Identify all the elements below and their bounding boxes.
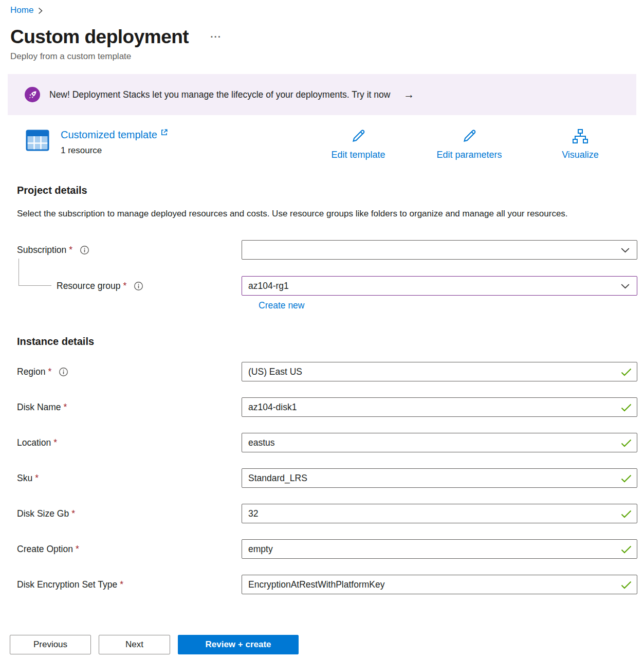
info-icon[interactable] (134, 281, 143, 291)
announcement-banner: New! Deployment Stacks let you manage th… (8, 74, 636, 115)
template-summary: Customized template 1 resource Edit temp… (26, 129, 636, 160)
required-asterisk: * (123, 281, 127, 291)
edit-parameters-button[interactable]: Edit parameters (414, 129, 525, 160)
instance-details-heading: Instance details (17, 335, 644, 348)
field-label: Region (17, 367, 45, 377)
disk-size-gb-input[interactable] (242, 504, 637, 523)
visualize-button[interactable]: Visualize (525, 129, 636, 160)
valid-check-icon (621, 439, 632, 447)
required-asterisk: * (76, 544, 79, 555)
field-label: Subscription (17, 245, 66, 255)
arrow-right-icon[interactable]: → (403, 88, 414, 101)
field-label: Disk Name (17, 402, 61, 413)
rocket-icon (25, 87, 40, 102)
chevron-down-icon[interactable] (621, 284, 630, 289)
template-actions: Edit template Edit parameters Visualize (303, 129, 636, 160)
footer-bar: Previous Next Review + create (0, 618, 644, 658)
info-icon[interactable] (80, 245, 89, 255)
create-option-input[interactable] (242, 539, 637, 559)
resource-group-dropdown[interactable] (242, 276, 637, 296)
valid-check-icon (621, 404, 632, 412)
chevron-down-icon[interactable] (621, 248, 630, 253)
page-subtitle: Deploy from a custom template (0, 51, 644, 62)
page-title: Custom deployment (10, 26, 189, 48)
breadcrumb-chevron-icon (38, 7, 43, 14)
external-link-icon[interactable] (160, 129, 168, 136)
breadcrumb-home-link[interactable]: Home (10, 5, 33, 15)
required-asterisk: * (48, 367, 51, 377)
project-details-form: Subscription * Resource group * (17, 240, 637, 311)
required-asterisk: * (71, 508, 75, 519)
project-details-heading: Project details (17, 184, 644, 196)
required-asterisk: * (64, 402, 67, 413)
banner-message[interactable]: New! Deployment Stacks let you manage th… (49, 89, 390, 100)
required-asterisk: * (69, 245, 72, 255)
previous-button[interactable]: Previous (10, 635, 91, 654)
page-header: Custom deployment ··· (0, 26, 644, 48)
field-label: Disk Encryption Set Type (17, 579, 117, 590)
location-label: Location * (17, 437, 242, 448)
instance-details-form: Region * Disk Name * Location * (17, 362, 637, 594)
required-asterisk: * (35, 473, 39, 484)
disk-encryption-set-type-label: Disk Encryption Set Type * (17, 579, 242, 590)
action-label: Edit template (303, 150, 414, 160)
review-create-button[interactable]: Review + create (178, 635, 299, 654)
action-label: Edit parameters (414, 150, 525, 160)
sku-input[interactable] (242, 468, 637, 488)
region-label: Region * (17, 367, 242, 377)
required-asterisk: * (53, 437, 57, 448)
field-label: Sku (17, 473, 32, 484)
disk-name-input[interactable] (242, 397, 637, 417)
disk-name-label: Disk Name * (17, 402, 242, 413)
disk-size-gb-label: Disk Size Gb * (17, 508, 242, 519)
field-label: Resource group (57, 281, 121, 291)
sitemap-icon (572, 129, 588, 144)
field-label: Disk Size Gb (17, 508, 69, 519)
valid-check-icon (621, 581, 632, 589)
resource-count: 1 resource (61, 145, 168, 156)
location-input[interactable] (242, 433, 637, 452)
create-new-link[interactable]: Create new (259, 300, 305, 311)
subscription-label: Subscription * (17, 245, 242, 255)
breadcrumb: Home (0, 0, 644, 15)
required-asterisk: * (120, 579, 123, 590)
next-button[interactable]: Next (99, 635, 170, 654)
sku-label: Sku * (17, 473, 242, 484)
valid-check-icon (621, 545, 632, 554)
project-details-description: Select the subscription to manage deploy… (17, 206, 608, 222)
create-option-label: Create Option * (17, 544, 242, 555)
customized-template-link[interactable]: Customized template (61, 129, 157, 141)
pencil-icon (351, 129, 366, 144)
valid-check-icon (621, 510, 632, 518)
pencil-icon (462, 129, 477, 144)
template-icon (26, 130, 49, 153)
edit-template-button[interactable]: Edit template (303, 129, 414, 160)
hierarchy-connector (19, 259, 51, 286)
info-icon[interactable] (59, 367, 68, 377)
field-label: Location (17, 437, 51, 448)
more-options-button[interactable]: ··· (210, 31, 222, 43)
valid-check-icon (621, 474, 632, 483)
field-label: Create Option (17, 544, 73, 555)
valid-check-icon (621, 368, 632, 376)
region-input[interactable] (242, 362, 637, 381)
subscription-dropdown[interactable] (242, 240, 637, 260)
disk-encryption-set-type-input[interactable] (242, 575, 637, 594)
action-label: Visualize (525, 150, 636, 160)
